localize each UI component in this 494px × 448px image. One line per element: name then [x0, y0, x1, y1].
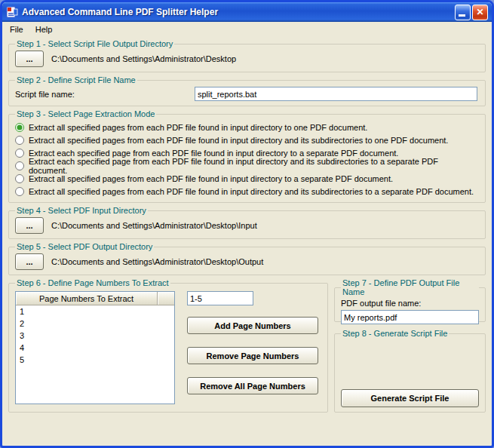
minimize-button[interactable] — [455, 5, 471, 20]
step7-title: Step 7 - Define PDF Output File Name — [341, 278, 479, 296]
close-button[interactable]: ✕ — [472, 5, 488, 20]
step7-group: Step 7 - Define PDF Output File Name PDF… — [334, 278, 486, 322]
menu-file[interactable]: File — [4, 23, 29, 35]
step8-title: Step 8 - Generate Script File — [341, 329, 449, 338]
step4-browse-button[interactable]: ... — [15, 217, 44, 234]
step5-browse-button[interactable]: ... — [15, 253, 44, 270]
page-numbers-list[interactable]: Page Numbers To Extract 1 2 3 4 5 — [15, 291, 175, 404]
menu-bar: File Help — [2, 22, 492, 37]
step5-group: Step 5 - Select PDF Output Directory ...… — [8, 242, 486, 275]
radio-button[interactable] — [15, 174, 24, 183]
step5-path: C:\Documents and Settings\Administrator\… — [51, 257, 263, 266]
step4-path: C:\Documents and Settings\Administrator\… — [51, 221, 257, 230]
radio-label: Extract all specified pages from each PD… — [29, 174, 393, 183]
pdf-output-file-name-label: PDF output file name: — [341, 299, 479, 308]
step3-group: Step 3 - Select Page Extraction Mode Ext… — [8, 109, 486, 203]
window-content: Step 1 - Select Script File Output Direc… — [2, 37, 492, 420]
extraction-mode-option-1[interactable]: Extract all specified pages from each PD… — [15, 121, 479, 133]
extraction-mode-option-4[interactable]: Extract each specified page from each PD… — [15, 159, 479, 172]
list-column-header[interactable]: Page Numbers To Extract — [16, 292, 158, 305]
script-file-name-input[interactable] — [195, 87, 477, 101]
radio-button[interactable] — [15, 123, 24, 132]
menu-help[interactable]: Help — [29, 23, 59, 35]
remove-page-numbers-button[interactable]: Remove Page Numbers — [187, 347, 318, 364]
generate-script-file-button[interactable]: Generate Script File — [341, 389, 479, 407]
page-number-row[interactable]: 4 — [16, 342, 174, 354]
radio-label: Extract all specified pages from each PD… — [29, 123, 367, 132]
app-icon — [6, 6, 18, 18]
page-numbers-input[interactable] — [187, 291, 253, 305]
script-file-name-label: Script file name: — [15, 90, 187, 99]
radio-button[interactable] — [15, 187, 24, 196]
step4-title: Step 4 - Select PDF Input Directory — [15, 206, 148, 215]
list-header: Page Numbers To Extract — [16, 292, 174, 305]
step6-title: Step 6 - Define Page Numbers To Extract — [15, 278, 170, 287]
list-header-filler — [158, 292, 174, 305]
extraction-mode-option-2[interactable]: Extract all specified pages from each PD… — [15, 133, 479, 146]
page-number-row[interactable]: 3 — [16, 330, 174, 342]
step4-group: Step 4 - Select PDF Input Directory ... … — [8, 206, 486, 239]
step8-group: Step 8 - Generate Script File Generate S… — [334, 329, 486, 413]
step1-path: C:\Documents and Settings\Administrator\… — [51, 54, 236, 63]
pdf-output-file-name-input[interactable] — [341, 310, 479, 324]
step3-title: Step 3 - Select Page Extraction Mode — [15, 109, 156, 118]
step1-title: Step 1 - Select Script File Output Direc… — [15, 39, 174, 48]
close-icon: ✕ — [476, 8, 483, 17]
radio-button[interactable] — [15, 149, 24, 158]
step1-browse-button[interactable]: ... — [15, 51, 44, 67]
page-number-row[interactable]: 1 — [16, 305, 174, 318]
remove-all-page-numbers-button[interactable]: Remove All Page Numbers — [187, 377, 318, 394]
step6-group: Step 6 - Define Page Numbers To Extract … — [8, 278, 328, 413]
step2-group: Step 2 - Define Script File Name Script … — [8, 75, 486, 106]
window-controls: ✕ — [455, 5, 488, 20]
minimize-icon — [459, 14, 465, 17]
radio-button[interactable] — [15, 161, 24, 170]
window-title: Advanced Command Line PDF Splitter Helpe… — [22, 7, 451, 17]
step5-title: Step 5 - Select PDF Output Directory — [15, 242, 154, 251]
add-page-numbers-button[interactable]: Add Page Numbers — [187, 317, 318, 334]
page-number-row[interactable]: 2 — [16, 318, 174, 330]
radio-label: Extract all specified pages from each PD… — [29, 187, 474, 196]
extraction-mode-option-6[interactable]: Extract all specified pages from each PD… — [15, 185, 479, 198]
radio-label: Extract all specified pages from each PD… — [29, 136, 448, 145]
page-number-row[interactable]: 5 — [16, 354, 174, 366]
radio-label: Extract each specified page from each PD… — [29, 157, 479, 175]
step2-title: Step 2 - Define Script File Name — [15, 75, 137, 84]
step1-group: Step 1 - Select Script File Output Direc… — [8, 39, 486, 72]
app-window: Advanced Command Line PDF Splitter Helpe… — [0, 0, 494, 448]
radio-button[interactable] — [15, 136, 24, 145]
title-bar[interactable]: Advanced Command Line PDF Splitter Helpe… — [2, 2, 492, 22]
